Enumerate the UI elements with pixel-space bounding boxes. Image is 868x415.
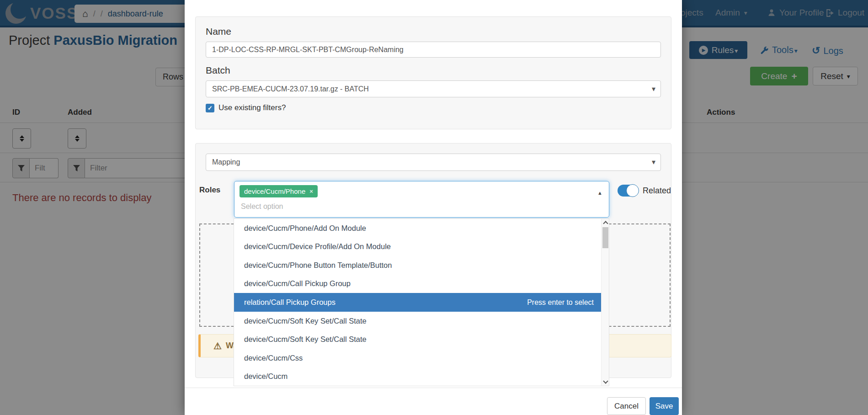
press-enter-hint: Press enter to select bbox=[527, 298, 594, 307]
toggle-knob bbox=[626, 184, 639, 197]
scrollbar-thumb[interactable] bbox=[602, 227, 608, 248]
save-button[interactable]: Save bbox=[650, 397, 679, 415]
name-label: Name bbox=[206, 26, 661, 37]
scroll-up-button[interactable] bbox=[602, 219, 609, 226]
roles-dropdown: device/Cucm/Phone/Add On Module device/C… bbox=[234, 218, 609, 386]
remove-tag-icon[interactable]: × bbox=[309, 188, 313, 195]
screen: VOSS / / dashboard-rule Projects Admin Y… bbox=[0, 0, 868, 415]
rule-edit-modal: Name Batch SRC-PB-EMEA-CUCM-23.07.19.tar… bbox=[185, 0, 682, 415]
mapping-select-value: Mapping bbox=[212, 158, 240, 166]
name-input[interactable] bbox=[206, 42, 661, 58]
dropdown-option[interactable]: device/Cucm/Phone/Add On Module bbox=[234, 219, 601, 238]
scroll-down-button[interactable] bbox=[602, 378, 609, 386]
chevron-up-icon bbox=[603, 221, 608, 226]
modal-footer-divider bbox=[185, 388, 682, 388]
cancel-button[interactable]: Cancel bbox=[607, 397, 646, 415]
dropdown-option[interactable]: device/Cucm bbox=[234, 367, 601, 386]
dropdown-option[interactable]: device/Cucm/Soft Key Set/Call State bbox=[234, 330, 601, 349]
caret-up-icon[interactable] bbox=[597, 188, 602, 197]
role-tag: device/Cucm/Phone × bbox=[240, 185, 318, 197]
dropdown-option-highlighted[interactable]: relation/Call Pickup Groups Press enter … bbox=[234, 293, 601, 312]
related-toggle-row: Related bbox=[618, 185, 671, 197]
roles-dropdown-list: device/Cucm/Phone/Add On Module device/C… bbox=[234, 219, 601, 386]
roles-label: Roles bbox=[199, 186, 220, 195]
related-toggle[interactable] bbox=[618, 185, 639, 197]
batch-select-value: SRC-PB-EMEA-CUCM-23.07.19.tar.gz - BATCH bbox=[212, 85, 369, 93]
use-existing-filters-row: Use existing filters? bbox=[206, 103, 661, 112]
chevron-down-icon bbox=[603, 378, 608, 383]
roles-select-placeholder: Select option bbox=[241, 202, 604, 211]
use-existing-filters-label: Use existing filters? bbox=[218, 103, 286, 112]
name-batch-panel: Name Batch SRC-PB-EMEA-CUCM-23.07.19.tar… bbox=[195, 16, 671, 129]
dropdown-option[interactable]: device/Cucm/Device Profile/Add On Module bbox=[234, 238, 601, 256]
use-existing-filters-checkbox[interactable] bbox=[206, 104, 214, 112]
warning-icon bbox=[213, 341, 222, 351]
related-label: Related bbox=[643, 186, 671, 196]
dropdown-option[interactable]: device/Cucm/Phone Button Template/Button bbox=[234, 256, 601, 275]
dropdown-option[interactable]: device/Cucm/Soft Key Set/Call State bbox=[234, 312, 601, 330]
batch-select[interactable]: SRC-PB-EMEA-CUCM-23.07.19.tar.gz - BATCH bbox=[206, 80, 661, 97]
mapping-select[interactable]: Mapping bbox=[206, 154, 661, 171]
dropdown-option[interactable]: device/Cucm/Call Pickup Group bbox=[234, 275, 601, 293]
batch-label: Batch bbox=[206, 65, 661, 76]
dropdown-option[interactable]: device/Cucm/Css bbox=[234, 349, 601, 367]
dropdown-scrollbar bbox=[601, 219, 609, 386]
roles-multiselect[interactable]: device/Cucm/Phone × Select option bbox=[234, 181, 609, 218]
